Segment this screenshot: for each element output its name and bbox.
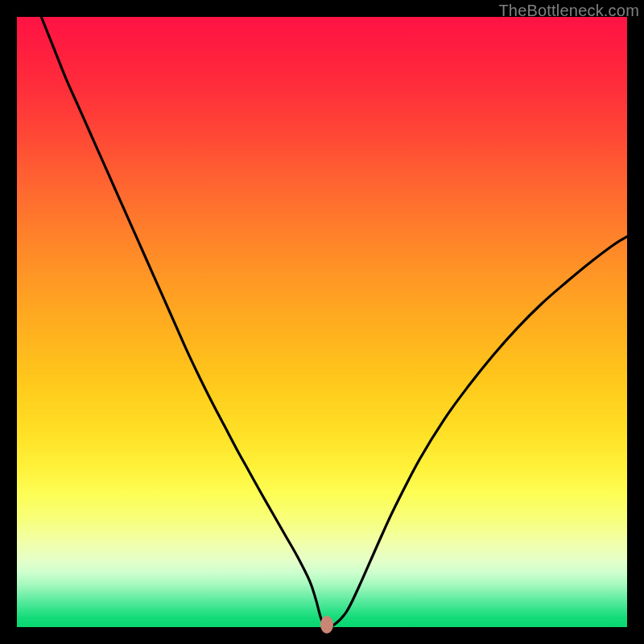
chart-frame: TheBottleneck.com — [0, 0, 644, 644]
optimum-marker — [320, 616, 333, 634]
watermark-text: TheBottleneck.com — [498, 2, 639, 20]
bottleneck-curve — [17, 17, 627, 627]
